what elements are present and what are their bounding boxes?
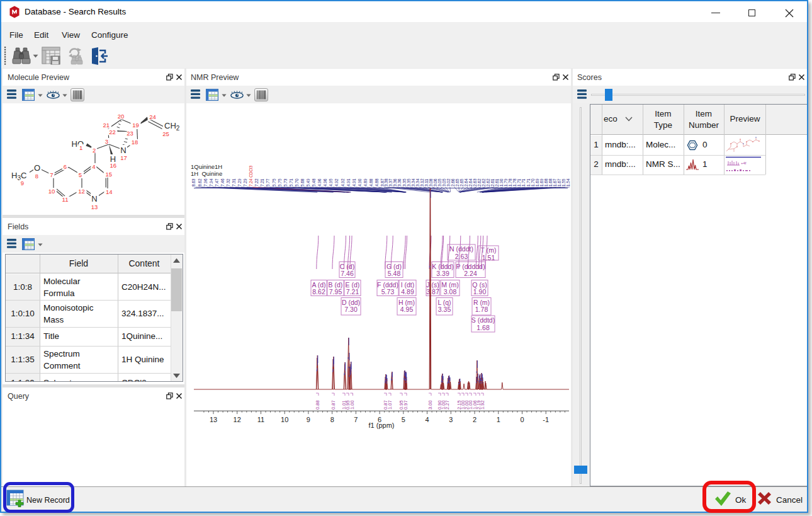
- svg-text:7.46: 7.46: [341, 270, 354, 277]
- svg-text:3: 3: [449, 416, 453, 423]
- svg-text:1.55: 1.55: [561, 178, 566, 186]
- svg-text:3.08: 3.08: [429, 178, 433, 186]
- svg-text:B (d): B (d): [329, 281, 343, 289]
- svg-text:7.21: 7.21: [260, 178, 264, 186]
- svg-text:11: 11: [62, 196, 69, 203]
- svg-text:1.68: 1.68: [548, 178, 553, 186]
- svg-text:4.88: 4.88: [369, 178, 373, 186]
- svg-text:15: 15: [105, 171, 112, 178]
- svg-text:4.89: 4.89: [363, 178, 368, 186]
- svg-text:0.97: 0.97: [403, 400, 409, 410]
- svg-text:3.00: 3.00: [427, 400, 433, 410]
- svg-text:7.21: 7.21: [346, 288, 359, 295]
- svg-text:8.63: 8.63: [191, 178, 196, 186]
- svg-text:1.71: 1.71: [526, 178, 531, 186]
- svg-text:2: 2: [473, 416, 476, 423]
- svg-text:5.49: 5.49: [306, 178, 310, 186]
- svg-text:2: 2: [93, 147, 96, 154]
- svg-text:3.06: 3.06: [433, 178, 437, 186]
- svg-text:2.62: 2.62: [477, 178, 482, 186]
- svg-text:9: 9: [21, 180, 24, 186]
- svg-text:J (s): J (s): [426, 281, 439, 289]
- svg-text:5.48: 5.48: [388, 270, 401, 277]
- svg-text:5.75: 5.75: [272, 178, 276, 186]
- svg-text:3: 3: [105, 138, 108, 145]
- svg-text:5.75: 5.75: [278, 178, 282, 186]
- svg-text:4: 4: [426, 416, 429, 423]
- svg-text:8: 8: [35, 173, 38, 180]
- svg-text:+4f: +4f: [741, 161, 747, 165]
- svg-text:G (d): G (d): [386, 263, 402, 270]
- svg-text:5.77: 5.77: [266, 178, 270, 186]
- svg-text:1.68: 1.68: [476, 324, 490, 331]
- svg-text:1.70: 1.70: [531, 178, 535, 186]
- svg-text:0: 0: [520, 416, 524, 423]
- svg-text:4: 4: [92, 163, 95, 170]
- svg-text:3.05: 3.05: [437, 178, 442, 186]
- svg-text:4.92: 4.92: [341, 178, 345, 186]
- svg-text:4.95: 4.95: [400, 306, 414, 313]
- svg-text:5: 5: [79, 171, 82, 178]
- svg-text:7.29: 7.29: [243, 178, 247, 186]
- svg-text:7.47: 7.47: [215, 178, 219, 186]
- svg-text:3.08: 3.08: [444, 288, 457, 295]
- svg-text:7.94: 7.94: [209, 178, 213, 186]
- svg-text:C (d): C (d): [340, 263, 354, 270]
- svg-text:3.11: 3.11: [424, 179, 429, 186]
- svg-text:8.62: 8.62: [198, 178, 202, 186]
- svg-text:1.90: 1.90: [473, 288, 487, 295]
- svg-text:2.63: 2.63: [473, 178, 477, 186]
- svg-text:H (m): H (m): [398, 299, 415, 306]
- svg-text:5.73: 5.73: [381, 288, 395, 295]
- svg-text:3.34: 3.34: [415, 178, 420, 186]
- svg-text:P (ddddd): P (ddddd): [456, 263, 485, 270]
- svg-text:3.38: 3.38: [384, 178, 388, 186]
- svg-text:N: N: [91, 194, 97, 204]
- svg-text:2.63: 2.63: [455, 253, 468, 260]
- svg-text:I (dt): I (dt): [401, 281, 415, 289]
- svg-text:3.36: 3.36: [393, 178, 397, 186]
- svg-text:5.71: 5.71: [289, 178, 293, 186]
- svg-text:1.71: 1.71: [517, 178, 521, 186]
- svg-text:4.96: 4.96: [317, 178, 322, 186]
- svg-text:12: 12: [78, 188, 85, 195]
- svg-text:1.00: 1.00: [349, 400, 355, 410]
- svg-text:1.90: 1.90: [499, 178, 504, 186]
- svg-text:17: 17: [120, 154, 127, 161]
- svg-text:7: 7: [354, 416, 358, 423]
- svg-text:1.71: 1.71: [521, 178, 526, 186]
- svg-text:1.51: 1.51: [482, 254, 495, 261]
- svg-text:D (dd): D (dd): [342, 299, 360, 306]
- svg-text:7.96: 7.96: [203, 178, 208, 186]
- svg-text:2.64: 2.64: [464, 178, 468, 186]
- svg-text:24: 24: [149, 113, 156, 120]
- svg-text:1: 1: [497, 416, 500, 423]
- svg-text:S (ddtd): S (ddtd): [471, 316, 495, 324]
- svg-text:L (q): L (q): [437, 299, 451, 306]
- svg-text:18: 18: [132, 139, 138, 146]
- svg-text:6: 6: [64, 163, 67, 170]
- svg-text:2.65: 2.65: [455, 178, 460, 186]
- svg-text:1H Quinine: 1H Quinine: [191, 170, 222, 177]
- svg-text:3.35: 3.35: [407, 178, 411, 186]
- svg-text:4.90: 4.90: [358, 178, 362, 186]
- svg-text:1.69: 1.69: [539, 178, 544, 186]
- svg-text:7.30: 7.30: [344, 306, 358, 313]
- svg-text:2.62: 2.62: [486, 178, 490, 186]
- svg-text:2.66: 2.66: [451, 178, 455, 186]
- svg-text:1: 1: [79, 144, 82, 151]
- svg-text:22: 22: [109, 129, 116, 135]
- svg-text:E (d): E (d): [346, 281, 360, 289]
- svg-text:Q (s): Q (s): [472, 281, 487, 289]
- svg-text:7.24 CDCl3: 7.24 CDCl3: [249, 166, 253, 186]
- svg-text:11: 11: [257, 416, 264, 423]
- svg-text:7.46: 7.46: [220, 178, 225, 186]
- svg-text:3.12: 3.12: [420, 178, 424, 186]
- svg-text:1.68: 1.68: [544, 178, 548, 186]
- svg-text:21: 21: [103, 122, 110, 129]
- svg-text:7.31: 7.31: [232, 178, 236, 186]
- svg-text:1.92: 1.92: [480, 400, 485, 410]
- svg-text:A (d): A (d): [312, 281, 325, 289]
- svg-text:2.61: 2.61: [495, 178, 499, 186]
- svg-text:5.48: 5.48: [312, 178, 316, 186]
